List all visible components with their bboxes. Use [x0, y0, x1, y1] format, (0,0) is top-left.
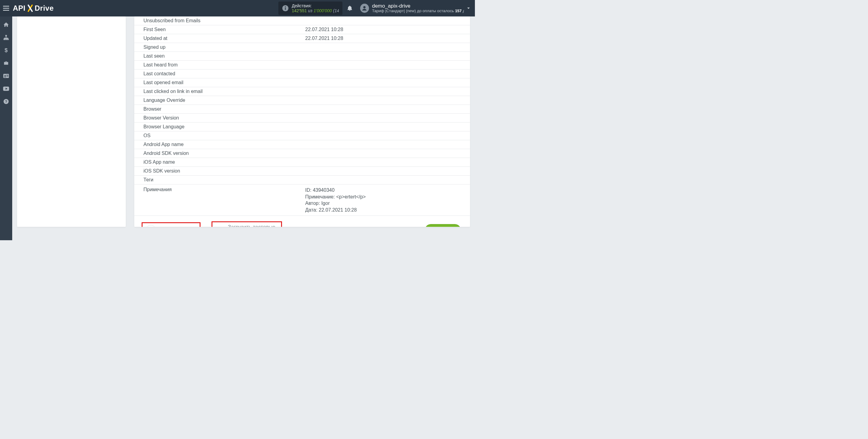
prop-value: 22.07.2021 10:28 — [302, 25, 470, 34]
logo-x-icon — [27, 4, 34, 12]
prop-value — [302, 176, 470, 184]
table-row: First Seen22.07.2021 10:28 — [134, 25, 470, 34]
logo[interactable]: API Drive — [13, 4, 54, 12]
nav-connections[interactable] — [0, 31, 12, 44]
table-row: Теги — [134, 176, 470, 184]
prop-label: Browser — [134, 105, 302, 114]
main-stage: Unsubscribed from EmailsFirst Seen22.07.… — [12, 16, 475, 240]
prop-label: iOS App name — [134, 158, 302, 167]
next-button[interactable]: Далее — [425, 224, 461, 227]
bell-icon — [347, 5, 353, 11]
help-icon: ? — [3, 98, 9, 105]
prop-value — [302, 140, 470, 149]
prop-value — [302, 52, 470, 61]
nav-home[interactable] — [0, 18, 12, 31]
hamburger-icon — [3, 6, 9, 11]
actions-counter[interactable]: Действия: 142'551 из 1'000'000 (14% — [278, 2, 342, 15]
menu-toggle[interactable] — [0, 0, 12, 16]
prop-label: Примечания — [134, 184, 302, 216]
table-row: iOS SDK version — [134, 167, 470, 176]
table-row: Last seen — [134, 52, 470, 61]
app-header: API Drive Действия: 142'551 из 1'000'000… — [0, 0, 475, 16]
prop-value — [302, 149, 470, 158]
avatar — [360, 4, 369, 13]
svg-text:$: $ — [5, 47, 8, 53]
sitemap-icon — [3, 34, 9, 40]
properties-table: Unsubscribed from EmailsFirst Seen22.07.… — [134, 16, 470, 216]
prop-label: Last heard from — [134, 61, 302, 69]
user-menu[interactable]: demo_apix-drive Тариф |Стандарт| (new) д… — [360, 3, 464, 13]
prop-value — [302, 123, 470, 131]
prop-value — [302, 158, 470, 167]
svg-point-6 — [5, 75, 6, 76]
table-row: Signed up — [134, 43, 470, 52]
edit-button[interactable]: Редактировать — [142, 222, 200, 227]
prop-value — [302, 78, 470, 87]
prop-label: Browser Version — [134, 114, 302, 123]
load-label: Загрузить тестовые данные из Intercom — [228, 224, 276, 227]
prop-value — [302, 87, 470, 96]
svg-point-2 — [285, 6, 286, 7]
panel-footer: Редактировать Загрузить тестовые данные … — [134, 216, 470, 227]
user-subtitle: Тариф |Стандарт| (new) до оплаты осталос… — [372, 9, 464, 13]
left-panel — [17, 16, 126, 227]
prop-value — [302, 114, 470, 123]
table-row: Last clicked on link in email — [134, 87, 470, 96]
prop-label: Last opened email — [134, 78, 302, 87]
nav-billing[interactable]: $ — [0, 44, 12, 57]
table-row: Last contacted — [134, 69, 470, 78]
nav-contacts[interactable] — [0, 69, 12, 82]
chevron-down-icon — [466, 6, 471, 10]
table-row: ПримечанияID: 43940340Примечание: <p>ert… — [134, 184, 470, 216]
user-icon — [361, 5, 368, 11]
load-test-data-button[interactable]: Загрузить тестовые данные из Intercom — [212, 221, 282, 227]
prop-value: ID: 43940340Примечание: <p>ertert</p>Авт… — [302, 184, 470, 216]
prop-value: 22.07.2021 10:28 — [302, 34, 470, 43]
user-menu-caret[interactable] — [466, 6, 472, 10]
prop-value — [302, 96, 470, 105]
svg-text:?: ? — [5, 99, 7, 103]
note-line: ID: 43940340 — [305, 187, 467, 194]
youtube-icon — [3, 86, 9, 91]
prop-label: First Seen — [134, 25, 302, 34]
id-card-icon — [3, 73, 9, 78]
table-row: Language Override — [134, 96, 470, 105]
notifications-button[interactable] — [347, 5, 358, 11]
prop-label: Last seen — [134, 52, 302, 61]
prop-label: Browser Language — [134, 123, 302, 131]
table-row: Android SDK version — [134, 149, 470, 158]
prop-value — [302, 43, 470, 52]
table-row: Unsubscribed from Emails — [134, 16, 470, 25]
svg-rect-8 — [6, 76, 8, 76]
logo-drive: Drive — [35, 4, 54, 12]
note-line: Автор: Igor — [305, 200, 467, 207]
actions-label: Действия: — [292, 3, 339, 8]
svg-point-3 — [364, 6, 366, 8]
table-row: iOS App name — [134, 158, 470, 167]
download-icon — [215, 226, 224, 227]
prop-value — [302, 61, 470, 69]
table-row: Browser — [134, 105, 470, 114]
prop-label: Language Override — [134, 96, 302, 105]
prop-label: Android App name — [134, 140, 302, 149]
nav-video[interactable] — [0, 82, 12, 95]
actions-value: 142'551 из 1'000'000 (14% — [292, 8, 339, 13]
note-line: Дата: 22.07.2021 10:28 — [305, 207, 467, 213]
briefcase-icon — [3, 60, 9, 66]
table-row: Android App name — [134, 140, 470, 149]
prop-value — [302, 105, 470, 114]
prop-value — [302, 69, 470, 78]
prop-label: Signed up — [134, 43, 302, 52]
prop-label: Теги — [134, 176, 302, 184]
table-row: Updated at22.07.2021 10:28 — [134, 34, 470, 43]
prop-value — [302, 16, 470, 25]
nav-tools[interactable] — [0, 57, 12, 69]
user-name: demo_apix-drive — [372, 3, 464, 9]
note-line: Примечание: <p>ertert</p> — [305, 194, 467, 200]
info-icon — [282, 5, 289, 11]
prop-value — [302, 167, 470, 176]
svg-rect-1 — [285, 8, 286, 10]
svg-rect-7 — [6, 75, 8, 76]
table-row: OS — [134, 131, 470, 140]
nav-help[interactable]: ? — [0, 95, 12, 108]
